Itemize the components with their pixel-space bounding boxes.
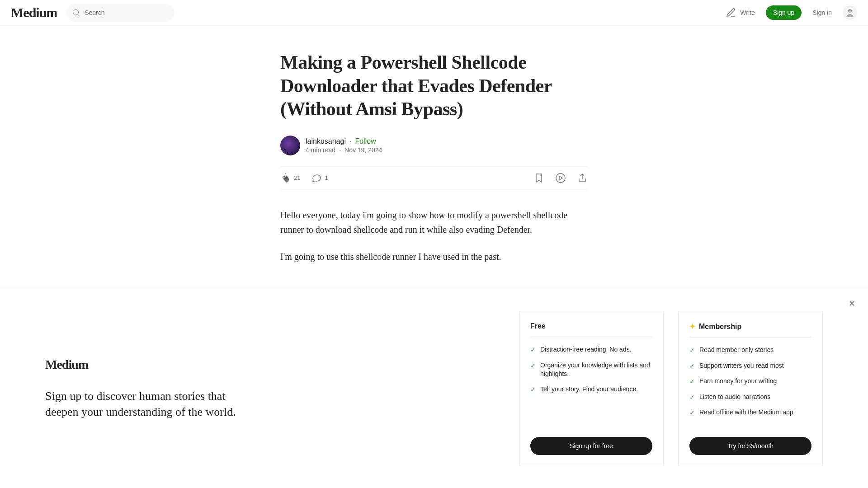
listen-button[interactable] xyxy=(555,173,566,183)
close-button[interactable]: ✕ xyxy=(844,296,859,311)
medium-logo[interactable]: Medium xyxy=(11,5,57,20)
comment-count: 1 xyxy=(325,174,328,181)
author-name[interactable]: lainkusanagi xyxy=(306,137,346,145)
comment-button[interactable]: 1 xyxy=(311,173,328,183)
feature-item: Distraction-free reading. No ads. xyxy=(530,345,652,355)
clap-icon xyxy=(280,173,291,183)
write-icon xyxy=(726,7,736,18)
divider xyxy=(530,337,652,337)
write-label: Write xyxy=(740,9,755,16)
person-icon xyxy=(844,7,855,18)
author-row: lainkusanagi · Follow 4 min read · Nov 1… xyxy=(280,136,588,155)
action-bar: 21 1 xyxy=(280,166,588,190)
membership-plan-card: ✦ Membership Read member-only stories Su… xyxy=(678,311,823,466)
publish-date: Nov 19, 2024 xyxy=(344,146,382,154)
divider xyxy=(689,337,811,338)
free-features: Distraction-free reading. No ads. Organi… xyxy=(530,345,652,430)
article-title: Making a Powershell Shellcode Downloader… xyxy=(280,51,588,121)
comment-icon xyxy=(311,173,322,183)
promo-intro: Medium Sign up to discover human stories… xyxy=(45,357,258,420)
feature-item: Organize your knowledge with lists and h… xyxy=(530,361,652,379)
author-avatar[interactable] xyxy=(280,136,300,155)
bookmark-button[interactable] xyxy=(533,173,544,183)
feature-item: Support writers you read most xyxy=(689,361,811,371)
separator-dot: · xyxy=(349,137,351,145)
svg-point-0 xyxy=(73,9,79,15)
header-actions: Write Sign up Sign in xyxy=(726,5,857,20)
top-nav: Medium Write Sign up Sign in xyxy=(0,0,868,26)
search-container[interactable] xyxy=(66,4,175,22)
svg-point-2 xyxy=(848,9,852,13)
signup-button[interactable]: Sign up xyxy=(766,5,802,20)
svg-point-3 xyxy=(556,174,565,183)
feature-item: Tell your story. Find your audience. xyxy=(530,385,652,394)
close-icon: ✕ xyxy=(849,299,855,309)
follow-button[interactable]: Follow xyxy=(355,137,376,145)
profile-avatar[interactable] xyxy=(843,5,857,20)
signin-button[interactable]: Sign in xyxy=(812,9,832,16)
search-input[interactable] xyxy=(85,9,169,16)
feature-item: Earn money for your writing xyxy=(689,377,811,386)
clap-count: 21 xyxy=(294,174,300,181)
promo-tagline: Sign up to discover human stories that d… xyxy=(45,388,258,420)
clap-button[interactable]: 21 xyxy=(280,173,300,183)
promo-cards: Free Distraction-free reading. No ads. O… xyxy=(519,311,823,466)
star-icon: ✦ xyxy=(689,322,695,331)
paragraph: I'm going to use this shellcode runner I… xyxy=(280,249,588,264)
feature-item: Read offline with the Medium app xyxy=(689,408,811,418)
paragraph: Hello everyone, today i'm going to show … xyxy=(280,208,588,237)
bookmark-icon xyxy=(533,173,544,183)
membership-features: Read member-only stories Support writers… xyxy=(689,346,811,430)
separator-dot: · xyxy=(339,146,341,154)
free-plan-card: Free Distraction-free reading. No ads. O… xyxy=(519,311,664,466)
share-icon xyxy=(577,173,588,183)
search-icon xyxy=(71,7,81,18)
article-body: Hello everyone, today i'm going to show … xyxy=(280,208,588,264)
share-button[interactable] xyxy=(577,173,588,183)
card-title: Free xyxy=(530,322,652,330)
medium-logo: Medium xyxy=(45,357,258,372)
signup-free-button[interactable]: Sign up for free xyxy=(530,437,652,455)
try-membership-button[interactable]: Try for $5/month xyxy=(689,437,811,455)
feature-item: Read member-only stories xyxy=(689,346,811,355)
play-icon xyxy=(555,173,566,183)
article: Making a Powershell Shellcode Downloader… xyxy=(280,26,588,264)
svg-line-1 xyxy=(78,14,80,16)
signup-promo: ✕ Medium Sign up to discover human stori… xyxy=(0,289,868,488)
read-time: 4 min read xyxy=(306,146,335,154)
write-button[interactable]: Write xyxy=(726,7,755,18)
feature-item: Listen to audio narrations xyxy=(689,393,811,402)
card-title: ✦ Membership xyxy=(689,322,811,331)
